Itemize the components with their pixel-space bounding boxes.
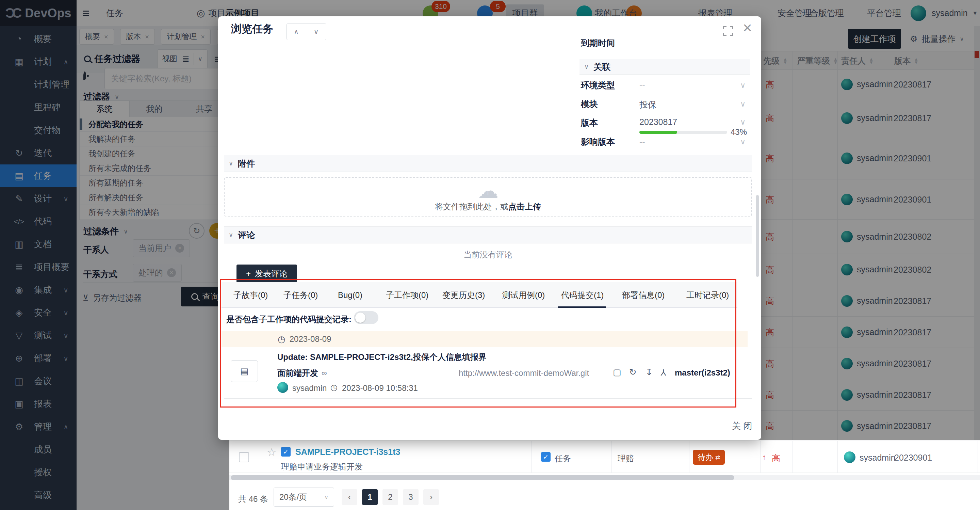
page-button-1[interactable]: 1 bbox=[362, 489, 378, 505]
version-label: 版本 bbox=[581, 117, 598, 128]
tab-bug[interactable]: Bug(0) bbox=[338, 282, 363, 308]
detail-tabs: 子故事(0) 子任务(0) Bug(0) 子工作项(0) 变更历史(3) 测试用… bbox=[221, 282, 737, 308]
modal-close-icon[interactable]: × bbox=[743, 20, 752, 35]
chevron-down-icon: ∨ bbox=[324, 494, 328, 500]
version-progress-percent: 43% bbox=[730, 128, 747, 137]
commit-comment-button[interactable]: ▤ bbox=[231, 360, 258, 382]
comment-icon: ▤ bbox=[240, 366, 249, 376]
copy-icon[interactable]: ▢ bbox=[613, 367, 621, 378]
commit-repo-url[interactable]: http://www.test-commit-demoWar.git bbox=[459, 368, 589, 378]
clock-icon: ◷ bbox=[331, 382, 337, 392]
star-icon[interactable]: ☆ bbox=[267, 446, 277, 459]
commit-date-row: ◷ 2023-08-09 bbox=[221, 331, 748, 347]
env-type-label: 环境类型 bbox=[581, 80, 615, 91]
include-subitem-toggle-label: 是否包含子工作项的代码提交记录: bbox=[226, 314, 352, 325]
chevron-down-icon[interactable]: ∨ bbox=[740, 81, 746, 90]
page-button-2[interactable]: 2 bbox=[382, 489, 398, 505]
affect-version-label: 影响版本 bbox=[581, 136, 615, 147]
type-cell: 任务 bbox=[555, 453, 571, 464]
affect-version-value[interactable]: -- bbox=[640, 137, 645, 147]
no-comment-text: 当前没有评论 bbox=[224, 249, 752, 260]
env-type-value[interactable]: -- bbox=[640, 80, 645, 90]
version-value[interactable]: 20230817 bbox=[640, 117, 677, 127]
workitem-subtitle: 理赔申请业务逻辑开发 bbox=[281, 461, 363, 472]
comment-section-bar[interactable]: ∨ 评论 bbox=[224, 226, 752, 244]
pagination-total: 共 46 条 bbox=[238, 494, 268, 505]
download-icon[interactable]: ↧ bbox=[646, 367, 653, 378]
horizontal-scrollbar[interactable] bbox=[229, 475, 980, 480]
tab-worklog[interactable]: 工时记录(0) bbox=[686, 282, 729, 308]
commit-ref[interactable]: master(i2s3t2) bbox=[675, 368, 730, 378]
avatar bbox=[277, 382, 288, 393]
commit-author: sysadmin bbox=[292, 383, 327, 393]
branch-icon: Y bbox=[660, 367, 666, 378]
tab-deploy-info[interactable]: 部署信息(0) bbox=[622, 282, 665, 308]
avatar bbox=[844, 451, 856, 463]
commit-date: 2023-08-09 bbox=[290, 334, 331, 344]
attachment-section-bar[interactable]: ∨ 附件 bbox=[224, 155, 752, 172]
tab-change-history[interactable]: 变更历史(3) bbox=[442, 282, 485, 308]
upload-dropzone[interactable]: ☁↑ 将文件拖到此处，或点击上传 bbox=[224, 177, 752, 217]
chevron-down-icon[interactable]: ∨ bbox=[740, 100, 746, 108]
add-comment-button[interactable]: + 发表评论 bbox=[237, 265, 297, 283]
task-nav-group: ∧ ∨ bbox=[286, 23, 326, 40]
chevron-down-icon: ∨ bbox=[229, 160, 233, 167]
due-date-label: 到期时间 bbox=[581, 37, 615, 49]
version-cell: 20230901 bbox=[894, 453, 932, 463]
modal-title: 浏览任务 bbox=[231, 22, 273, 36]
plus-icon: + bbox=[246, 269, 251, 279]
chevron-down-icon[interactable]: ∨ bbox=[740, 137, 746, 147]
commit-branch-label[interactable]: 面前端开发 ∞ bbox=[277, 368, 327, 379]
fullscreen-icon[interactable] bbox=[723, 26, 733, 36]
modal-close-button[interactable]: 关 闭 bbox=[732, 420, 752, 432]
clock-icon: ◷ bbox=[278, 334, 285, 344]
priority-up-icon: ↑ bbox=[762, 453, 766, 462]
chevron-down-icon: ∨ bbox=[584, 63, 589, 70]
app-root: ƆC DevOps ≡ 任务 ◎ 项目 示例项目 310 5 项目群 我的工作台… bbox=[0, 0, 980, 510]
task-type-icon: ✓ bbox=[541, 452, 550, 462]
table-row-sample-project[interactable]: ☆ ✓ SAMPLE-PROJECT-i3s1t3 理赔申请业务逻辑开发 ✓ 任… bbox=[229, 441, 980, 473]
chevron-down-icon[interactable]: ∨ bbox=[740, 118, 746, 127]
tab-test-case[interactable]: 测试用例(0) bbox=[502, 282, 545, 308]
active-tab-underline bbox=[558, 306, 606, 308]
module-label: 模块 bbox=[581, 99, 598, 110]
priority-cell: 高 bbox=[772, 453, 780, 464]
tab-code-commit[interactable]: 代码提交(1) bbox=[561, 282, 604, 308]
version-progress-fill bbox=[640, 131, 677, 134]
next-page-button[interactable]: › bbox=[423, 489, 439, 505]
module-cell: 理赔 bbox=[617, 453, 634, 464]
workitem-id-link[interactable]: SAMPLE-PROJECT-i3s1t3 bbox=[295, 447, 400, 457]
version-progress-track bbox=[640, 131, 727, 134]
next-task-button[interactable]: ∨ bbox=[306, 24, 326, 40]
page-size-select[interactable]: 20条/页 ∨ bbox=[274, 488, 334, 507]
scrollbar-thumb[interactable] bbox=[231, 475, 734, 480]
tab-substory[interactable]: 子故事(0) bbox=[234, 282, 268, 308]
page-button-3[interactable]: 3 bbox=[403, 489, 418, 505]
upload-hint: 将文件拖到此处，或 bbox=[435, 202, 508, 211]
tab-subtask[interactable]: 子任务(0) bbox=[283, 282, 318, 308]
upload-click-link[interactable]: 点击上传 bbox=[508, 202, 541, 211]
task-type-icon: ✓ bbox=[281, 447, 291, 457]
swap-icon: ⇄ bbox=[715, 454, 720, 461]
refresh-icon[interactable]: ↻ bbox=[629, 367, 637, 378]
browse-task-modal: 浏览任务 ∧ ∨ × 到期时间 ∨ 关联 环境类型 -- ∨ 模块 投保 ∨ 版… bbox=[218, 16, 761, 440]
upload-cloud-icon: ☁↑ bbox=[477, 182, 498, 201]
commit-title[interactable]: Update: SAMPLE-PROJECT-i2s3t2,投保个人信息填报界 bbox=[277, 352, 487, 363]
table-bottom-strip: ☆ ✓ SAMPLE-PROJECT-i3s1t3 理赔申请业务逻辑开发 ✓ 任… bbox=[229, 440, 980, 510]
commit-time: 2023-08-09 10:58:31 bbox=[342, 383, 418, 393]
prev-task-button[interactable]: ∧ bbox=[286, 24, 306, 40]
modal-scrollbar-thumb[interactable] bbox=[756, 195, 759, 277]
status-badge[interactable]: 待办⇄ bbox=[693, 450, 725, 465]
relation-section-bar[interactable]: ∨ 关联 bbox=[579, 59, 750, 75]
prev-page-button[interactable]: ‹ bbox=[342, 489, 357, 505]
link-icon: ∞ bbox=[321, 369, 327, 378]
module-value[interactable]: 投保 bbox=[640, 99, 656, 110]
chevron-down-icon: ∨ bbox=[229, 231, 233, 239]
tab-subworkitem[interactable]: 子工作项(0) bbox=[386, 282, 428, 308]
include-subitem-toggle[interactable] bbox=[354, 311, 379, 324]
row-checkbox[interactable] bbox=[239, 452, 249, 462]
